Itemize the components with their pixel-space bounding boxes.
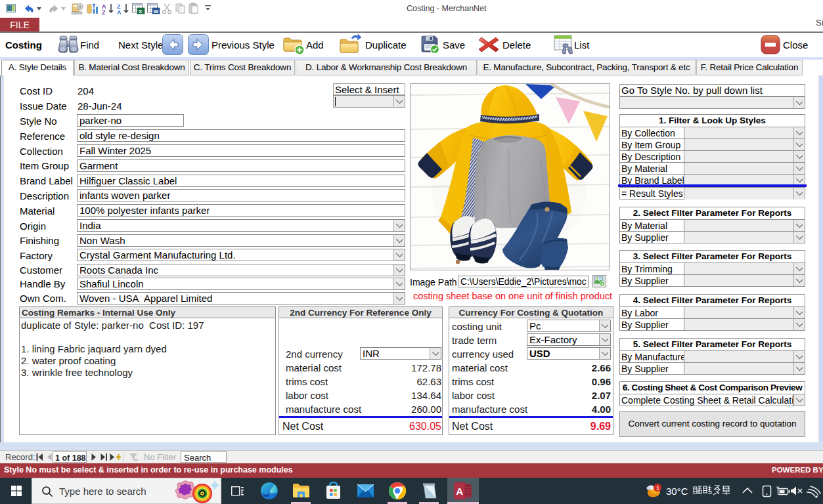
svg-text:Z: Z [102,9,106,15]
svg-text:1: 1 [656,484,659,492]
svg-text:A: A [456,486,463,497]
svg-text:W: W [154,9,159,14]
svg-text:A: A [117,9,122,15]
svg-text:X: X [139,9,143,14]
